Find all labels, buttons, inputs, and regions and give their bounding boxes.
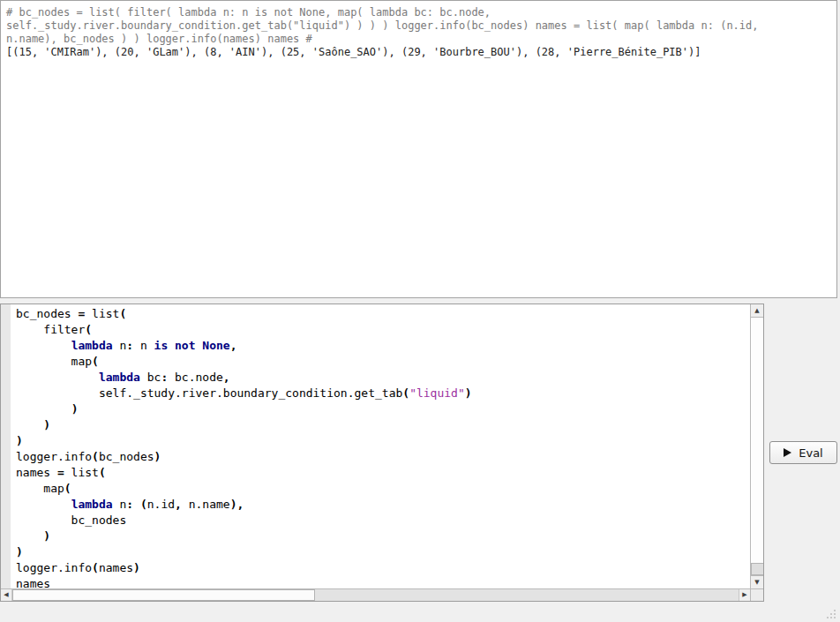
console-line: n.name), bc_nodes ) ) logger.info(names)… [6, 33, 831, 46]
scroll-right-button[interactable]: ▶ [739, 589, 750, 601]
vertical-scrollbar[interactable]: ▲ ▼ [750, 304, 763, 588]
code-line: names = list( [16, 465, 750, 481]
code-area[interactable]: bc_nodes = list( filter( lambda n: n is … [11, 304, 750, 588]
arrow-up-icon: ▲ [754, 308, 759, 314]
code-line: lambda bc: bc.node, [16, 370, 750, 386]
code-line: ) [16, 401, 750, 417]
code-editor[interactable]: bc_nodes = list( filter( lambda n: n is … [0, 304, 764, 602]
code-line: bc_nodes = list( [16, 306, 750, 322]
code-line: self._study.river.boundary_condition.get… [16, 386, 750, 401]
output-console: # bc_nodes = list( filter( lambda n: n i… [0, 0, 837, 298]
code-line: names [16, 576, 750, 588]
arrow-down-icon: ▼ [754, 580, 759, 586]
app-window: { "colors": { "win-bg": "#f0f0f0", "pane… [0, 0, 840, 622]
code-line: map( [16, 481, 750, 497]
scroll-up-button[interactable]: ▲ [751, 304, 763, 318]
arrow-right-icon: ▶ [742, 592, 746, 598]
scroll-left-button[interactable]: ◀ [1, 589, 12, 601]
code-line: lambda n: n is not None, [16, 338, 750, 354]
resize-grip-icon[interactable] [823, 606, 837, 620]
code-line: ) [16, 417, 750, 433]
code-line: ) [16, 528, 750, 544]
eval-button[interactable]: Eval [769, 441, 837, 464]
code-line: ) [16, 544, 750, 560]
scrollbar-corner [750, 588, 763, 601]
arrow-left-icon: ◀ [4, 592, 8, 598]
code-line: map( [16, 354, 750, 370]
console-line: # bc_nodes = list( filter( lambda n: n i… [6, 6, 831, 19]
play-icon [784, 448, 791, 457]
code-line: filter( [16, 322, 750, 338]
code-line: lambda n: (n.id, n.name), [16, 497, 750, 513]
code-line: ) [16, 433, 750, 449]
eval-button-label: Eval [799, 446, 823, 460]
scroll-down-button[interactable]: ▼ [751, 575, 763, 588]
horizontal-scrollbar-thumb[interactable] [12, 589, 315, 601]
console-line: self._study.river.boundary_condition.get… [6, 19, 831, 33]
horizontal-scrollbar[interactable]: ◀ ▶ [1, 588, 750, 601]
code-line: bc_nodes [16, 513, 750, 528]
code-line: logger.info(names) [16, 560, 750, 576]
console-line: [(15, 'CMIRam'), (20, 'GLam'), (8, 'AIN'… [6, 46, 831, 59]
vertical-scrollbar-thumb[interactable] [751, 563, 763, 575]
code-line: logger.info(bc_nodes) [16, 449, 750, 465]
editor-margin [1, 304, 11, 588]
